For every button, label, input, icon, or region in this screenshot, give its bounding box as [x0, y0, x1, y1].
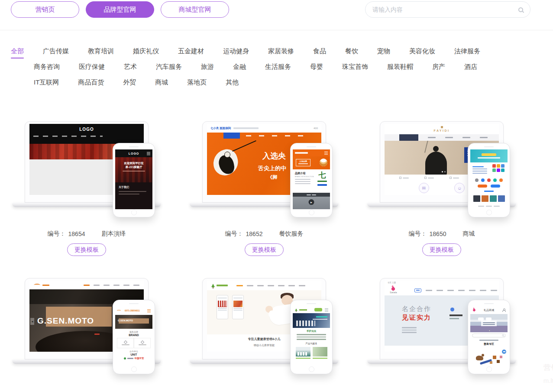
phone-hero: G.SEN.MOTO: [115, 315, 152, 329]
filter-item[interactable]: 婚庆礼仪: [133, 47, 159, 55]
filter-item[interactable]: 汽车服务: [156, 63, 182, 71]
phone-mockup: 入选央视 品牌介绍 BRAND INTRODUCTION 七: [290, 143, 333, 217]
text-placeholder: [450, 318, 459, 319]
filter-item[interactable]: 服装鞋帽: [387, 63, 413, 71]
template-caption: 编号：18650 商城: [353, 230, 530, 238]
app-icon: [481, 178, 485, 182]
hamburger-icon: [147, 152, 150, 155]
filter-item[interactable]: 家居装修: [268, 47, 294, 55]
filter-item[interactable]: 商品百货: [78, 78, 104, 87]
text-placeholder: [233, 127, 259, 129]
crane-illustration: [424, 141, 429, 153]
thumbnail: [473, 195, 480, 202]
filter-item[interactable]: 商城: [155, 78, 168, 87]
filter-item[interactable]: 艺术: [124, 63, 137, 71]
gift-box: [500, 356, 502, 358]
template-card-auto[interactable]: G.SEN.MOTO ◀ 0571-28856811 G.SEN.MOTO: [0, 275, 175, 378]
filter-item[interactable]: IT互联网: [34, 78, 59, 87]
footer-placeholder: [470, 203, 508, 209]
filter-item[interactable]: 法律服务: [454, 47, 480, 55]
header-phone: 400: [314, 127, 318, 130]
bedding-photo: [470, 314, 508, 332]
play-icon: ▶: [309, 199, 314, 205]
about-section: 关于我们: [115, 182, 152, 209]
phone-screen: 0571-28856811 G.SEN.MOTO 服务品牌 BRAND: [115, 306, 152, 366]
filter-item[interactable]: 旅游: [201, 63, 214, 71]
partner-logo-placeholder: [127, 358, 133, 359]
phone-header: LOGO: [115, 149, 152, 157]
change-template-button[interactable]: 更换模板: [422, 243, 461, 256]
filter-item[interactable]: 宠物: [377, 47, 390, 55]
section-title: 整装专区: [470, 342, 508, 346]
video-title-bar: [293, 193, 330, 197]
phone-screen: LOGO 欢迎来到平行世 界-221探案厅 关于我们: [115, 149, 152, 209]
hero-subtitle-placeholder: [123, 171, 145, 172]
filter-all[interactable]: 全部: [11, 47, 24, 55]
filter-item[interactable]: 珠宝首饰: [342, 63, 368, 71]
site-type-tabs: 营销页 品牌型官网 商城型官网: [11, 1, 229, 18]
pingan-logo-text: 中国平安: [135, 357, 144, 360]
filter-item[interactable]: 母婴: [310, 63, 323, 71]
filter-item[interactable]: 落地页: [187, 78, 207, 87]
change-template-button[interactable]: 更换模板: [245, 243, 284, 256]
template-code-label: 编号：: [409, 230, 427, 238]
search-icon[interactable]: [518, 7, 523, 12]
template-card-gift[interactable]: 首页 注册 Salala 名企合作: [353, 275, 530, 378]
filter-item[interactable]: 商务咨询: [34, 63, 60, 71]
warrior-illustration: [224, 152, 230, 158]
warrior-illustration: [232, 140, 256, 152]
filter-item[interactable]: 美容化妆: [409, 47, 435, 55]
template-preview: 专注儿童健康管理&小儿 独创小儿推拿智能: [188, 275, 340, 378]
text-placeholder: [472, 173, 487, 174]
app-icon: [487, 178, 491, 182]
template-card-18654[interactable]: LOGO LOGO 欢迎来到平行世 界-221探案厅: [0, 118, 175, 256]
filter-item[interactable]: 运动健身: [223, 47, 249, 55]
nav-placeholder: [236, 285, 305, 286]
section-subtitle: BRAND INTRODUCTION: [295, 176, 314, 178]
filter-item[interactable]: 其他: [226, 78, 239, 87]
logo-text: Salala: [390, 291, 397, 294]
template-card-18650[interactable]: FAYIDI: [353, 118, 530, 256]
section-title: 关于我们: [119, 185, 149, 189]
nav-placeholder: [33, 136, 103, 137]
filter-item[interactable]: 房产: [432, 63, 445, 71]
tab-brand-site[interactable]: 品牌型官网: [86, 1, 154, 18]
filter-item[interactable]: 教育培训: [88, 47, 114, 55]
filter-item[interactable]: 金融: [233, 63, 246, 71]
tab-marketing-page[interactable]: 营销页: [11, 1, 79, 18]
hero-badge: 入选央视: [296, 159, 310, 166]
phone-hero: [470, 149, 508, 162]
nav-bar: [385, 134, 499, 141]
filter-item[interactable]: 食品: [313, 47, 326, 55]
filter-item[interactable]: 生活服务: [265, 63, 291, 71]
phone-hero: 入选央视: [293, 156, 330, 169]
tree-logo-icon: [211, 284, 215, 287]
filter-item[interactable]: 外贸: [123, 78, 136, 87]
phone-header: [293, 306, 330, 313]
top-links: 首页 注册: [385, 281, 499, 285]
brand-glyph-column: 七: [317, 172, 328, 193]
text-placeholder: [119, 194, 139, 194]
carousel-prev-icon: ◀: [30, 318, 34, 325]
template-category: 商城: [462, 230, 475, 238]
filter-item[interactable]: 广告传媒: [43, 47, 69, 55]
template-card-baby[interactable]: 专注儿童健康管理&小儿 独创小儿推拿智能: [175, 275, 353, 378]
promo-text-box: [481, 321, 497, 326]
section-title: 合作单位: [115, 350, 152, 353]
food-bowl-illustration: [320, 159, 327, 166]
change-template-button[interactable]: 更换模板: [67, 243, 106, 256]
filter-item[interactable]: 五金建材: [178, 47, 204, 55]
filter-item[interactable]: 酒店: [464, 63, 477, 71]
site-logo-placeholder: [299, 309, 307, 311]
tab-mall-site[interactable]: 商城型官网: [161, 1, 229, 18]
account-icon: [502, 308, 505, 312]
section-title: 产品与服务: [293, 342, 330, 345]
pillow: [478, 317, 484, 321]
search-box[interactable]: [365, 1, 530, 18]
nav-placeholder: [246, 135, 311, 136]
template-card-18652[interactable]: 七小良 面面俱到 400 入选央 舌尖上的中 《脚: [175, 118, 353, 256]
search-input[interactable]: [372, 6, 518, 13]
app-screenshot: [217, 295, 228, 319]
filter-item[interactable]: 医疗保健: [79, 63, 105, 71]
filter-item[interactable]: 餐饮: [345, 47, 358, 55]
